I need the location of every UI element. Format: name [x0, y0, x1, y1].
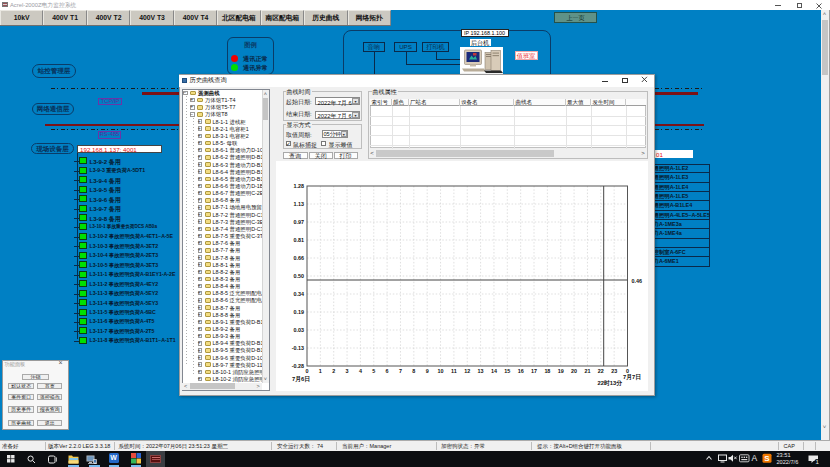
svg-text:1.28: 1.28 [294, 183, 305, 189]
svg-text:3: 3 [346, 368, 349, 374]
svg-text:0.81: 0.81 [294, 237, 305, 243]
svg-text:11: 11 [451, 368, 457, 374]
svg-text:0.03: 0.03 [294, 327, 305, 333]
svg-text:0.19: 0.19 [294, 309, 305, 315]
svg-text:-0.28: -0.28 [292, 363, 304, 369]
svg-text:20: 20 [571, 368, 577, 374]
svg-text:10: 10 [438, 368, 444, 374]
svg-text:14: 14 [491, 368, 497, 374]
svg-text:1.13: 1.13 [294, 201, 305, 207]
svg-text:17: 17 [531, 368, 537, 374]
svg-text:0.97: 0.97 [294, 219, 305, 225]
svg-text:22: 22 [598, 368, 604, 374]
svg-text:19: 19 [558, 368, 564, 374]
svg-text:9: 9 [426, 368, 429, 374]
svg-text:21: 21 [584, 368, 590, 374]
svg-text:7: 7 [399, 368, 402, 374]
svg-text:0.34: 0.34 [294, 291, 305, 297]
svg-text:2: 2 [332, 368, 335, 374]
svg-text:A: A [752, 453, 758, 463]
svg-text:16: 16 [518, 368, 524, 374]
svg-text:0.50: 0.50 [294, 273, 305, 279]
svg-text:-0.13: -0.13 [292, 345, 304, 351]
svg-text:13: 13 [478, 368, 484, 374]
svg-text:8: 8 [412, 368, 415, 374]
svg-text:18: 18 [544, 368, 550, 374]
svg-text:0: 0 [306, 368, 309, 374]
svg-text:23: 23 [611, 368, 617, 374]
svg-text:0.66: 0.66 [294, 255, 305, 261]
svg-text:4: 4 [359, 368, 362, 374]
svg-text:S: S [764, 454, 770, 463]
svg-text:0.46: 0.46 [632, 278, 643, 284]
svg-text:6: 6 [386, 368, 389, 374]
svg-text:12: 12 [464, 368, 470, 374]
svg-text:1: 1 [319, 368, 322, 374]
svg-text:15: 15 [504, 368, 510, 374]
svg-text:5: 5 [372, 368, 375, 374]
